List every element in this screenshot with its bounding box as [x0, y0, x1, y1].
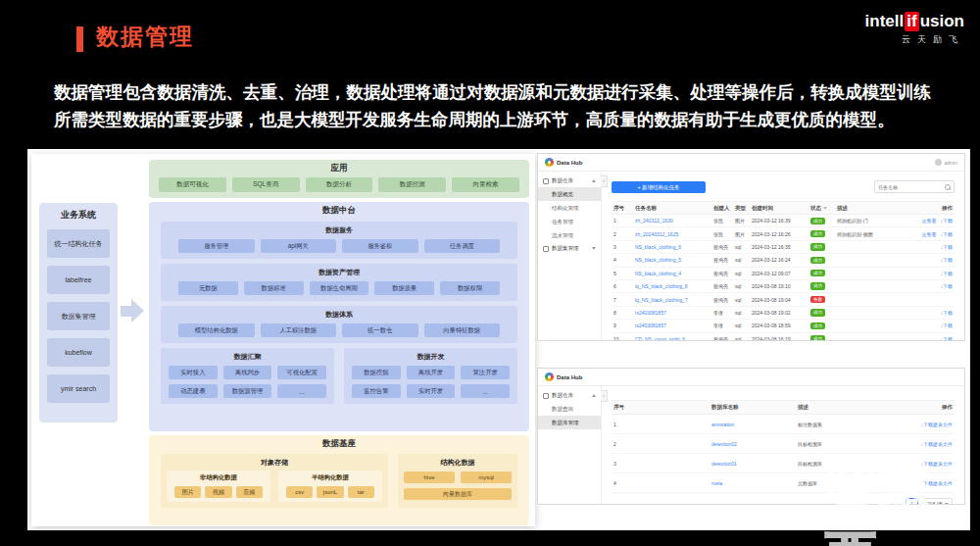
download-schema-link[interactable]: ↓下载建表文件: [880, 480, 955, 486]
task-name-link[interactable]: zh_20240312_1625: [633, 231, 711, 237]
platform-item: 数据挖掘: [352, 366, 401, 379]
intro-paragraph: 数据管理包含数据清洗、去重、治理，数据处理将通过对数据源和元数据进行采集、处理等…: [54, 78, 931, 133]
databases-table-header: 序号数据库名称描述操作: [612, 400, 955, 415]
cell-creator: 曾鸿亮: [711, 336, 733, 341]
platform-section-title: 数据体系: [169, 308, 510, 321]
sidebar-collapse-handle[interactable]: ‹: [601, 390, 608, 402]
status-badge: 成功: [810, 323, 825, 329]
sidebar-group[interactable]: 数据仓库: [538, 174, 601, 187]
download-schema-link[interactable]: ↓下载建表文件: [880, 441, 955, 447]
action-link[interactable]: ↓下载: [941, 310, 954, 316]
cell-time: 2024-03-12 09:07: [750, 271, 808, 276]
database-name-link[interactable]: annotation: [710, 422, 796, 427]
platform-item: 统一数仓: [342, 323, 418, 337]
cell-no: 8: [612, 310, 633, 316]
storage-item: tar: [348, 486, 374, 498]
column-header: 描述: [796, 404, 880, 411]
database-name-link[interactable]: detection01: [710, 461, 796, 467]
task-name-link[interactable]: zh_240312_1630: [633, 218, 711, 223]
action-link[interactable]: ↓下载: [941, 271, 954, 276]
platform-item: 动态建表: [169, 384, 218, 398]
table-row: 4meta元数据库↓下载建表文件: [612, 473, 955, 493]
action-link[interactable]: ↓下载: [941, 283, 954, 289]
action-link[interactable]: ↓下载: [941, 231, 954, 237]
flow-arrow-icon: [121, 306, 131, 317]
sidebar-collapse-handle[interactable]: ‹: [601, 175, 608, 187]
action-link[interactable]: ↓下载: [941, 218, 954, 223]
cell-desc: 目标检测库: [796, 461, 880, 467]
task-name-link[interactable]: ts2403081857: [633, 310, 711, 316]
action-link[interactable]: ↓下载: [941, 257, 954, 263]
sidebar-group[interactable]: 数据仓库: [538, 389, 601, 402]
structured-row2-item: 向量数据库: [404, 488, 512, 500]
avatar[interactable]: [935, 159, 942, 166]
action-link[interactable]: ↓下载: [941, 336, 954, 341]
structured-item: hive: [404, 472, 455, 483]
page-size-select[interactable]: 20条/页: [922, 498, 953, 505]
sidebar-item[interactable]: 数据概览: [538, 187, 601, 201]
task-name-link[interactable]: NS_black_clothing_5: [633, 257, 711, 263]
task-name-link[interactable]: lq_NS_black_clothing_8: [633, 283, 711, 289]
cell-no: 2: [612, 441, 710, 447]
sidebar-item[interactable]: 任务管理: [538, 215, 601, 228]
table-row: 3NS_black_clothing_6曾鸿亮sql2024-03-12 16:…: [612, 241, 955, 254]
cell-status: 成功: [808, 243, 835, 250]
cell-creator: 李倩: [711, 323, 733, 328]
sidebar-item[interactable]: 数据查询: [538, 402, 601, 416]
action-link[interactable]: 去查看: [922, 231, 937, 237]
application-items: 数据可视化SQL查询数据分析数据挖掘向量检索: [149, 174, 529, 192]
new-structured-task-button[interactable]: + 新增结构化任务: [612, 181, 706, 193]
search-icon[interactable]: [945, 184, 951, 190]
database-name-link[interactable]: meta: [710, 480, 796, 486]
platform-item: 算法开发: [461, 366, 510, 379]
folder-icon: [543, 178, 549, 184]
filter-icon[interactable]: [823, 207, 827, 210]
cell-creator: 曾鸿亮: [711, 257, 733, 263]
platform-item: 人工标注数据: [261, 323, 337, 337]
task-name-link[interactable]: NS_black_clothing_6: [633, 244, 711, 250]
database-name-link[interactable]: detection02: [710, 441, 796, 447]
action-link[interactable]: ↓下载: [941, 244, 954, 250]
sidebar-item[interactable]: 数据库管理: [538, 416, 601, 429]
table-row: 3detection01目标检测库↓下载建表文件: [612, 454, 955, 473]
flow-arrow-icon: [131, 299, 144, 323]
data-platform-title: 数据中台: [149, 202, 529, 217]
download-schema-link[interactable]: ↓下载建表文件: [880, 422, 955, 427]
sidebar-group-label: 数据仓库: [552, 392, 573, 399]
storage-item: 音频: [236, 486, 263, 498]
application-item: SQL查询: [232, 177, 300, 192]
platform-item: 服务鉴权: [342, 239, 418, 253]
platform-item: api网关: [261, 239, 337, 253]
platform-sections: 数据服务服务管理api网关服务鉴权任务调度数据资产管理元数据数据标准数据生命周期…: [149, 222, 529, 343]
action-link[interactable]: 去查看: [922, 218, 937, 223]
column-header: 创建时间: [750, 205, 808, 212]
cell-type: sql: [733, 244, 750, 250]
cell-no: 10: [612, 336, 633, 341]
page-number-button[interactable]: 1: [906, 498, 918, 505]
task-name-link[interactable]: ts2403081857: [633, 323, 711, 328]
cell-ops: ↓下载: [906, 283, 955, 289]
task-name-link[interactable]: NS_black_clothing_4: [633, 271, 711, 276]
application-item: 数据挖掘: [378, 177, 446, 192]
cell-type: sql: [733, 257, 750, 263]
task-name-link[interactable]: CD_NS_count_night_6: [633, 336, 711, 341]
cell-creator: 曾鸿亮: [711, 271, 733, 276]
table-row: 7lq_NS_black_clothing_7曾鸿亮sql2024-03-08 …: [612, 293, 955, 306]
download-schema-link[interactable]: ↓下载建表文件: [880, 461, 955, 467]
action-link[interactable]: ↓下载: [941, 323, 954, 328]
sidebar-item[interactable]: 结构化管理: [538, 201, 601, 215]
task-name-link[interactable]: lq_NS_black_clothing_7: [633, 297, 711, 303]
search-input[interactable]: [875, 184, 945, 190]
platform-section-title: 数据汇聚: [169, 350, 326, 363]
sidebar-item[interactable]: 流水管理: [538, 228, 601, 242]
sidebar-group-label: 数据仓库: [552, 177, 573, 184]
cell-time: 2024-03-08 19:04: [750, 297, 808, 303]
table-row: 4NS_black_clothing_5曾鸿亮sql2024-03-12 16:…: [612, 254, 955, 267]
platform-section-items: 数据挖掘离线开发算法开发监控告警实时开发...: [352, 363, 510, 398]
status-badge: 成功: [810, 230, 825, 237]
status-badge: 成功: [810, 270, 825, 276]
cell-time: 2024-03-12 16:26: [750, 231, 808, 237]
tasks-table-body: 1zh_240312_1630张凯图片2024-03-12 16:39成功抓拍机…: [612, 215, 955, 341]
business-items: 统一结构化任务labelfree数据集管理kubeflowymir search: [39, 229, 118, 403]
sidebar-group[interactable]: 数据集管理: [538, 242, 601, 255]
